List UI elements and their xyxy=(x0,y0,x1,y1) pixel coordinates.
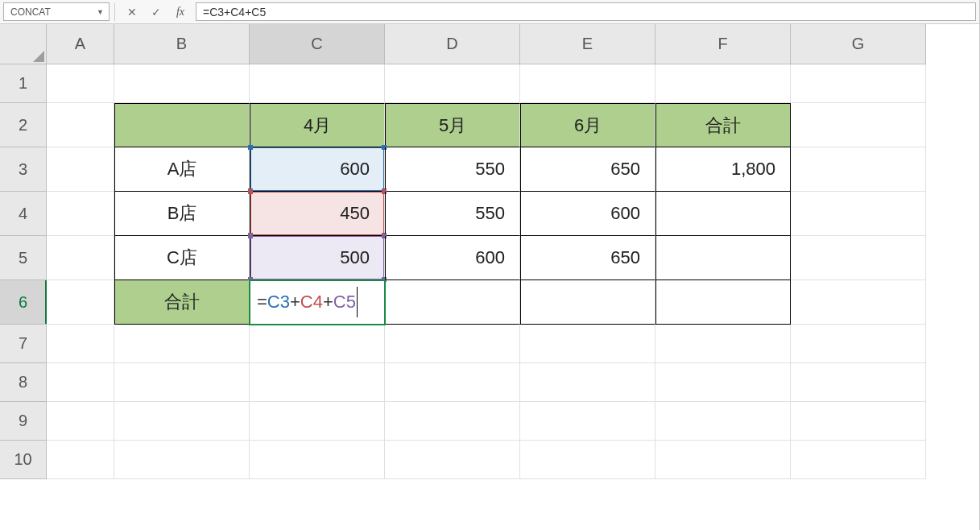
cancel-button[interactable]: ✕ xyxy=(120,2,144,22)
cell-F3[interactable]: 1,800 xyxy=(655,147,791,192)
col-header-C[interactable]: C xyxy=(250,24,385,64)
cell-B1[interactable] xyxy=(114,64,250,103)
row-header-2[interactable]: 2 xyxy=(0,103,47,147)
cell-A3[interactable] xyxy=(47,147,114,192)
row-header-1[interactable]: 1 xyxy=(0,64,47,103)
cell-D3[interactable]: 550 xyxy=(385,147,520,192)
row-header-3[interactable]: 3 xyxy=(0,147,47,192)
cell-C5[interactable]: 500 xyxy=(250,236,385,280)
cell-A5[interactable] xyxy=(47,236,114,280)
row-header-7[interactable]: 7 xyxy=(0,325,47,363)
name-box[interactable]: CONCAT ▼ xyxy=(3,2,110,21)
cell-A9[interactable] xyxy=(47,402,114,441)
cell-D9[interactable] xyxy=(385,402,520,441)
cell-G3[interactable] xyxy=(791,147,926,192)
cell-C9[interactable] xyxy=(250,402,385,441)
cell-C10[interactable] xyxy=(250,441,385,479)
cell-E5[interactable]: 650 xyxy=(520,236,655,280)
cell-E6[interactable] xyxy=(520,280,655,325)
cell-E4[interactable]: 600 xyxy=(520,192,655,236)
cell-B8[interactable] xyxy=(114,363,250,402)
cell-G8[interactable] xyxy=(791,363,926,402)
spreadsheet-grid[interactable]: A B C D E F G 1 2 4月 5月 6月 合計 3 A店 600 xyxy=(0,24,979,479)
cell-G9[interactable] xyxy=(791,402,926,441)
select-all-corner[interactable] xyxy=(0,24,47,64)
cell-F1[interactable] xyxy=(655,64,791,103)
row-header-9[interactable]: 9 xyxy=(0,402,47,441)
cell-F4[interactable] xyxy=(655,192,791,236)
col-header-B[interactable]: B xyxy=(114,24,250,64)
cell-F5[interactable] xyxy=(655,236,791,280)
cell-D7[interactable] xyxy=(385,325,520,363)
cell-G2[interactable] xyxy=(791,103,926,147)
cell-E7[interactable] xyxy=(520,325,655,363)
cell-B7[interactable] xyxy=(114,325,250,363)
cell-A7[interactable] xyxy=(47,325,114,363)
cell-A2[interactable] xyxy=(47,103,114,147)
cell-B5[interactable]: C店 xyxy=(114,236,250,280)
cell-D1[interactable] xyxy=(385,64,520,103)
cell-B4[interactable]: B店 xyxy=(114,192,250,236)
cell-F8[interactable] xyxy=(655,363,791,402)
col-header-E[interactable]: E xyxy=(520,24,655,64)
cell-F2[interactable]: 合計 xyxy=(655,103,791,147)
col-header-G[interactable]: G xyxy=(791,24,926,64)
formula-input[interactable]: =C3+C4+C5 xyxy=(196,2,976,21)
cell-C1[interactable] xyxy=(250,64,385,103)
row-header-10[interactable]: 10 xyxy=(0,441,47,479)
cell-C7[interactable] xyxy=(250,325,385,363)
cell-C3[interactable]: 600 xyxy=(250,147,385,192)
range-handle[interactable] xyxy=(248,234,253,238)
range-handle[interactable] xyxy=(248,145,253,150)
row-header-4[interactable]: 4 xyxy=(0,192,47,236)
cell-G6[interactable] xyxy=(791,280,926,325)
cell-D10[interactable] xyxy=(385,441,520,479)
cell-F7[interactable] xyxy=(655,325,791,363)
cell-G10[interactable] xyxy=(791,441,926,479)
chevron-down-icon: ▼ xyxy=(97,8,104,16)
cell-F10[interactable] xyxy=(655,441,791,479)
col-header-F[interactable]: F xyxy=(655,24,791,64)
cell-E3[interactable]: 650 xyxy=(520,147,655,192)
cell-D2[interactable]: 5月 xyxy=(385,103,520,147)
cell-B9[interactable] xyxy=(114,402,250,441)
cell-D5[interactable]: 600 xyxy=(385,236,520,280)
cell-E9[interactable] xyxy=(520,402,655,441)
formula-token-eq: = xyxy=(257,292,267,313)
cell-C8[interactable] xyxy=(250,363,385,402)
cell-A8[interactable] xyxy=(47,363,114,402)
cell-A10[interactable] xyxy=(47,441,114,479)
cell-E2[interactable]: 6月 xyxy=(520,103,655,147)
cell-F9[interactable] xyxy=(655,402,791,441)
cell-A1[interactable] xyxy=(47,64,114,103)
cell-B10[interactable] xyxy=(114,441,250,479)
row-header-6[interactable]: 6 xyxy=(0,280,47,325)
cell-D4[interactable]: 550 xyxy=(385,192,520,236)
enter-button[interactable]: ✓ xyxy=(144,2,168,22)
col-header-A[interactable]: A xyxy=(47,24,114,64)
insert-function-button[interactable]: fx xyxy=(168,2,192,22)
range-handle[interactable] xyxy=(248,189,253,194)
cell-B6[interactable]: 合計 xyxy=(114,280,250,325)
cell-E8[interactable] xyxy=(520,363,655,402)
cell-F6[interactable] xyxy=(655,280,791,325)
cell-D8[interactable] xyxy=(385,363,520,402)
cell-E1[interactable] xyxy=(520,64,655,103)
cell-G5[interactable] xyxy=(791,236,926,280)
cell-E10[interactable] xyxy=(520,441,655,479)
cell-A4[interactable] xyxy=(47,192,114,236)
cell-C4[interactable]: 450 xyxy=(250,192,385,236)
text-cursor xyxy=(357,287,358,317)
cell-B2[interactable] xyxy=(114,103,250,147)
row-header-5[interactable]: 5 xyxy=(0,236,47,280)
cell-C2[interactable]: 4月 xyxy=(250,103,385,147)
col-header-D[interactable]: D xyxy=(385,24,520,64)
cell-G1[interactable] xyxy=(791,64,926,103)
cell-B3[interactable]: A店 xyxy=(114,147,250,192)
cell-A6[interactable] xyxy=(47,280,114,325)
cell-G7[interactable] xyxy=(791,325,926,363)
cell-D6[interactable] xyxy=(385,280,520,325)
row-header-8[interactable]: 8 xyxy=(0,363,47,402)
cell-C6-editing[interactable]: =C3+C4+C5 xyxy=(250,280,385,325)
cell-G4[interactable] xyxy=(791,192,926,236)
